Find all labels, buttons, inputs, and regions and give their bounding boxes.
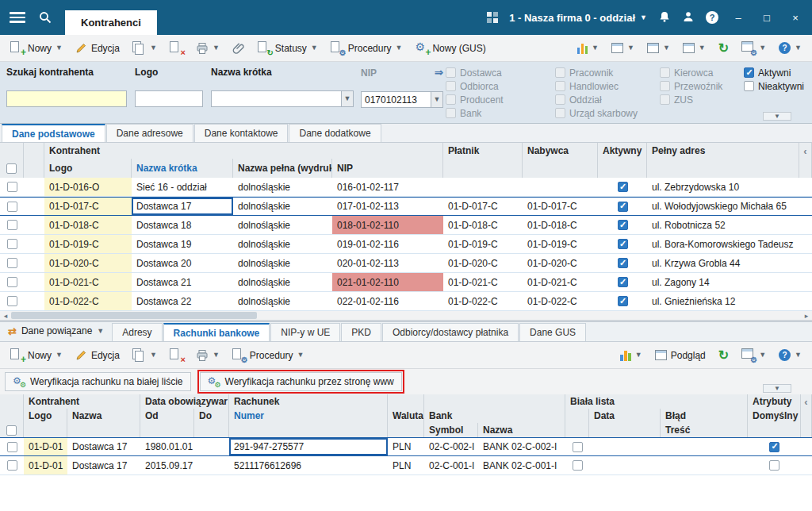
aktywni-checkbox[interactable]	[744, 67, 754, 78]
cell-logo[interactable]: 01-D-01	[24, 456, 67, 474]
col-logo[interactable]: Logo	[24, 409, 67, 423]
refresh-button[interactable]: ↻	[713, 38, 734, 59]
col-nazwa-krotka[interactable]: Nazwa krótka	[132, 159, 233, 178]
cell-logo[interactable]: 01-D-018-C	[44, 216, 132, 234]
cell-nip[interactable]: 019-01-02-116	[332, 235, 443, 253]
tab-dane-adresowe[interactable]: Dane adresowe	[106, 124, 193, 142]
filter-collapse-button[interactable]: ▼	[763, 112, 791, 121]
table-settings-button[interactable]: ⚙▼	[736, 345, 772, 366]
col-bank-symbol[interactable]: Symbol	[424, 423, 478, 437]
default-checkbox[interactable]	[769, 460, 779, 471]
col-platnik[interactable]: Płatnik	[443, 143, 523, 159]
tab-dane-gus[interactable]: Dane GUS	[519, 323, 586, 341]
cell-nazwa[interactable]: Sieć 16 - oddział	[132, 178, 233, 196]
attachments-button[interactable]	[227, 38, 251, 59]
col-numer[interactable]: Numer	[229, 409, 388, 423]
tab-adresy[interactable]: Adresy	[112, 323, 162, 341]
help-icon[interactable]: ?	[706, 11, 718, 24]
active-checkbox[interactable]	[618, 277, 628, 287]
cell-nip[interactable]: 021-01-02-110	[332, 273, 443, 291]
col-group-kontrahent[interactable]: Kontrahent	[24, 394, 140, 409]
cell-waluta[interactable]: PLN	[388, 456, 424, 474]
toolbar-help-button[interactable]: ?▼	[773, 345, 807, 366]
pracownik-checkbox[interactable]	[555, 67, 565, 78]
table-settings-button[interactable]: ⚙▼	[736, 38, 772, 59]
filter-zus[interactable]: ZUS	[660, 93, 722, 106]
minimize-button[interactable]: –	[730, 12, 747, 24]
nip-filter-combo[interactable]: 0170102113▼	[361, 91, 443, 108]
cell-pelna[interactable]: dolnośląskie	[233, 292, 332, 310]
cell-nabywca[interactable]: 01-D-019-C	[523, 235, 598, 253]
filter-dostawca[interactable]: Dostawca	[446, 66, 504, 79]
producent-checkbox[interactable]	[446, 94, 456, 105]
cell-platnik[interactable]: 01-D-020-C	[443, 254, 523, 272]
account-row[interactable]: 01-D-01 Dostawca 17 1980.01.01 291-947-2…	[0, 437, 812, 456]
cell-logo[interactable]: 01-D-017-C	[44, 198, 132, 215]
col-logo[interactable]: Logo	[44, 159, 132, 178]
whitelist-status-checkbox[interactable]	[573, 460, 583, 471]
cell-nazwa[interactable]: Dostawca 20	[132, 254, 233, 272]
col-group-data-obowiazywania[interactable]: Data obowiązywar	[140, 394, 229, 409]
account-row[interactable]: 01-D-01 Dostawca 17 2015.09.17 521117661…	[0, 456, 812, 475]
cell-adres[interactable]: ul. Gnieźnieńska 12	[647, 292, 799, 310]
table-row[interactable]: 01-D-018-C Dostawca 18 dolnośląskie 018-…	[0, 216, 812, 235]
active-checkbox[interactable]	[618, 296, 628, 306]
col-nazwa[interactable]: Nazwa	[67, 409, 140, 423]
verify-www-button[interactable]: ⚙⚙Weryfikacja rachunku przez stronę www	[200, 372, 402, 391]
delete-button[interactable]: ×	[164, 38, 189, 59]
cell-pelna[interactable]: dolnośląskie	[233, 273, 332, 291]
kierowca-checkbox[interactable]	[660, 67, 670, 78]
col-group-rachunek[interactable]: Rachunek	[229, 394, 388, 409]
table-row[interactable]: 01-D-017-C Dostawca 17 dolnośląskie 017-…	[0, 197, 812, 216]
scrollbar-thumb[interactable]	[11, 312, 257, 319]
table-row[interactable]: 01-D-021-C Dostawca 21 dolnośląskie 021-…	[0, 273, 812, 292]
cell-nazwa[interactable]: Dostawca 19	[132, 235, 233, 253]
preview-button[interactable]: Podgląd	[649, 345, 711, 366]
cell-adres[interactable]: ul. Bora-Komorowskiego Tadeusz	[647, 235, 799, 253]
row-select-checkbox[interactable]	[7, 277, 17, 287]
print-account-button[interactable]: ▼	[190, 345, 225, 366]
table-row[interactable]: 01-D-019-C Dostawca 19 dolnośląskie 019-…	[0, 235, 812, 254]
col-bank-nazwa[interactable]: Nazwa	[478, 423, 565, 437]
filter-producent[interactable]: Producent	[446, 93, 504, 106]
col-nazwa-pelna[interactable]: Nazwa pełna (wydruki)	[233, 159, 332, 178]
cell-adres[interactable]: ul. Wołodyjowskiego Michała 65	[647, 198, 799, 215]
columns-button[interactable]: ▼	[677, 38, 711, 59]
new-button[interactable]: +Nowy▼	[5, 38, 68, 59]
select-all-checkbox[interactable]	[6, 163, 17, 174]
cell-nabywca[interactable]: 01-D-020-C	[523, 254, 598, 272]
col-group-kontrahent[interactable]: Kontrahent	[44, 143, 443, 159]
tab-dane-dodatkowe[interactable]: Dane dodatkowe	[289, 124, 381, 142]
logo-filter-input[interactable]	[135, 90, 203, 107]
horizontal-scrollbar[interactable]: ◂ ▸	[0, 311, 812, 321]
cell-bank-symbol[interactable]: 02-C-002-I	[424, 438, 478, 455]
print-button[interactable]: ▼	[190, 38, 225, 59]
dostawca-checkbox[interactable]	[446, 67, 456, 78]
filter-odbiorca[interactable]: Odbiorca	[446, 79, 504, 93]
cell-adres[interactable]: ul. Krzywa Grobla 44	[647, 254, 799, 272]
table-row[interactable]: 01-D-016-O Sieć 16 - oddział dolnośląski…	[0, 178, 812, 197]
cell-do[interactable]	[194, 456, 229, 474]
filter-sort-icon[interactable]: ⇒	[435, 67, 443, 79]
filter-kierowca[interactable]: Kierowca	[660, 66, 722, 79]
cell-nip[interactable]: 018-01-02-110	[332, 216, 443, 234]
row-select-checkbox[interactable]	[7, 258, 17, 268]
copy-account-button[interactable]: ▼	[127, 345, 163, 366]
cell-nabywca[interactable]	[523, 178, 598, 196]
filter-oddzial[interactable]: Oddział	[555, 93, 638, 106]
col-group-bank[interactable]: Bank	[424, 409, 565, 423]
chevron-down-icon[interactable]: ▼	[431, 92, 442, 107]
cell-nazwa[interactable]: Dostawca 17	[67, 438, 140, 455]
filter-urzad-skarbowy[interactable]: Urząd skarbowy	[555, 106, 638, 120]
tab-odbiorcy-dostawcy-platnika[interactable]: Odbiorcy/dostawcy płatnika	[382, 323, 519, 341]
tab-pkd[interactable]: PKD	[341, 323, 381, 341]
cell-numer-focused[interactable]: 291-947-275577	[229, 438, 388, 455]
row-select-checkbox[interactable]	[7, 442, 17, 452]
cell-platnik[interactable]	[443, 178, 523, 196]
new-account-button[interactable]: +Nowy▼	[5, 345, 68, 366]
chart-button[interactable]: ▼	[572, 38, 604, 59]
cell-tresc[interactable]	[661, 438, 748, 455]
cell-nazwa-focused[interactable]: Dostawca 17	[132, 198, 233, 215]
row-select-checkbox[interactable]	[7, 296, 17, 306]
col-blad[interactable]: Błąd	[661, 409, 748, 423]
